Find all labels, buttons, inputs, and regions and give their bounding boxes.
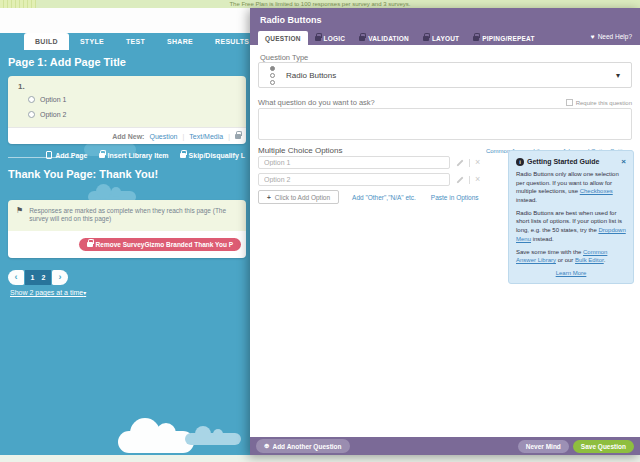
edit-pencil-icon[interactable]: [456, 159, 463, 166]
modal-body: Question Type Radio Buttons ▾ What quest…: [250, 45, 640, 437]
chevron-down-icon: ▾: [616, 71, 620, 80]
question-type-select[interactable]: Radio Buttons ▾: [258, 62, 632, 88]
tab-validation[interactable]: VALIDATION: [352, 31, 416, 45]
close-icon[interactable]: ×: [621, 157, 626, 166]
options-section-title: Multiple Choice Options: [258, 146, 342, 155]
checkboxes-link[interactable]: Checkboxes: [580, 188, 613, 194]
guide-paragraph: Save some time with the Common Answer Li…: [516, 248, 626, 265]
question-editor-modal: Radio Buttons QUESTION LOGIC VALIDATION …: [250, 8, 640, 455]
plan-limit-text: The Free Plan is limited to 100 response…: [229, 1, 410, 7]
option-input-2[interactable]: [258, 173, 450, 186]
guide-text: .: [604, 257, 606, 263]
require-question-checkbox[interactable]: [566, 99, 573, 106]
guide-paragraph: Radio Buttons are best when used for sho…: [516, 209, 626, 244]
learn-more-link[interactable]: Learn More: [556, 270, 587, 276]
need-help-link[interactable]: ♥ Need Help?: [591, 33, 632, 40]
cloud-decoration: [185, 433, 241, 445]
tab-layout-label: LAYOUT: [432, 35, 459, 42]
add-page-link[interactable]: Add Page: [46, 151, 87, 159]
question-number: 1.: [18, 82, 236, 91]
page-number-2[interactable]: 2: [42, 274, 46, 281]
add-option-button[interactable]: + Click to Add Option: [258, 190, 339, 204]
preview-option-label: Option 2: [40, 111, 66, 118]
tab-layout[interactable]: LAYOUT: [416, 31, 466, 45]
lock-icon: [235, 134, 241, 139]
tab-results-label: RESULTS: [215, 38, 249, 45]
tab-test[interactable]: TEST: [115, 33, 156, 50]
question-type-label: Question Type: [260, 53, 308, 62]
lock-icon: [315, 36, 321, 41]
page-icon: [46, 151, 52, 159]
remove-branded-thank-you-label: Remove SurveyGizmo Branded Thank You P: [96, 241, 233, 248]
page-numbers: 1 2: [25, 270, 51, 285]
remove-option-icon[interactable]: ×: [475, 175, 480, 184]
option-row: ×: [258, 173, 504, 186]
chevron-down-icon: ▾: [83, 290, 86, 296]
show-pages-label: Show 2 pages at a time: [10, 289, 83, 296]
add-another-question-button[interactable]: ⊕ Add Another Question: [256, 439, 350, 453]
learn-more-wrap: Learn More: [516, 270, 626, 276]
add-option-label: Click to Add Option: [275, 194, 330, 201]
tab-logic[interactable]: LOGIC: [308, 31, 353, 45]
radio-icon[interactable]: [28, 111, 35, 118]
tab-style[interactable]: STYLE: [69, 33, 115, 50]
prev-page-button[interactable]: ‹: [8, 270, 24, 285]
tab-piping-repeat[interactable]: PIPING/REPEAT: [466, 31, 541, 45]
remove-option-icon[interactable]: ×: [475, 158, 480, 167]
thank-you-card-body: Remove SurveyGizmo Branded Thank You P: [8, 231, 246, 258]
tab-build-label: BUILD: [35, 38, 58, 45]
add-question-link[interactable]: Question: [149, 133, 177, 140]
insert-library-item-label: Insert Library Item: [108, 152, 169, 159]
require-question-control: Require this question: [566, 99, 632, 106]
radio-icon[interactable]: [28, 96, 35, 103]
guide-paragraph: Radio Buttons only allow one selection p…: [516, 170, 626, 205]
insert-library-item-link[interactable]: Insert Library Item: [99, 152, 169, 159]
add-option-row: + Click to Add Option Add "Other","N/A" …: [258, 190, 504, 204]
save-question-button[interactable]: Save Question: [573, 440, 634, 453]
question-preview: 1. Option 1 Option 2: [8, 76, 246, 127]
tab-logic-label: LOGIC: [324, 35, 346, 42]
next-page-button[interactable]: ›: [52, 270, 68, 285]
page-number-1[interactable]: 1: [31, 274, 35, 281]
divider: [469, 159, 470, 167]
modal-title: Radio Buttons: [250, 8, 640, 30]
option-row-actions: ×: [456, 158, 480, 167]
tab-share-label: SHARE: [167, 38, 193, 45]
add-page-label: Add Page: [55, 152, 87, 159]
skip-disqualify-label: Skip/Disqualify L: [189, 152, 245, 159]
thank-you-card[interactable]: ⚑ Responses are marked as complete when …: [8, 200, 246, 258]
plus-icon: +: [267, 194, 271, 201]
getting-started-guide: i Getting Started Guide × Radio Buttons …: [508, 150, 634, 284]
bulk-editor-link[interactable]: Bulk Editor: [575, 257, 604, 263]
paste-in-options-link[interactable]: Paste in Options: [431, 194, 479, 201]
heart-icon: ♥: [591, 33, 595, 40]
question-text-input[interactable]: [258, 108, 632, 140]
edit-pencil-icon[interactable]: [456, 176, 463, 183]
option-input-1[interactable]: [258, 156, 450, 169]
remove-branded-thank-you-button[interactable]: Remove SurveyGizmo Branded Thank You P: [79, 238, 241, 251]
add-other-na-link[interactable]: Add "Other","N/A" etc.: [352, 194, 416, 201]
add-new-label: Add New:: [112, 133, 144, 140]
add-text-media-link[interactable]: Text/Media: [189, 133, 223, 140]
tab-build[interactable]: BUILD: [24, 33, 69, 50]
flag-icon: ⚑: [16, 207, 23, 215]
show-pages-link[interactable]: Show 2 pages at a time▾: [10, 289, 86, 296]
never-mind-button[interactable]: Never Mind: [518, 440, 569, 453]
tab-share[interactable]: SHARE: [156, 33, 204, 50]
question-card[interactable]: 1. Option 1 Option 2 Add New: Question |…: [8, 76, 246, 144]
divider: |: [228, 133, 230, 140]
tab-question-label: QUESTION: [265, 35, 301, 42]
tab-question[interactable]: QUESTION: [258, 31, 308, 45]
add-new-bar: Add New: Question | Text/Media |: [8, 127, 246, 144]
tab-style-label: STYLE: [80, 38, 104, 45]
add-another-question-label: Add Another Question: [272, 443, 341, 450]
lock-icon: [180, 153, 186, 158]
footer-right-buttons: Never Mind Save Question: [518, 440, 634, 453]
require-question-label: Require this question: [576, 100, 632, 106]
plan-limit-banner: The Free Plan is limited to 100 response…: [0, 0, 640, 8]
question-prompt-row: What question do you want to ask? Requir…: [258, 98, 632, 107]
lock-icon: [87, 242, 93, 247]
guide-text: Save some time with the: [516, 249, 583, 255]
skip-disqualify-link[interactable]: Skip/Disqualify L: [180, 152, 245, 159]
radio-buttons-icon: [270, 66, 275, 85]
